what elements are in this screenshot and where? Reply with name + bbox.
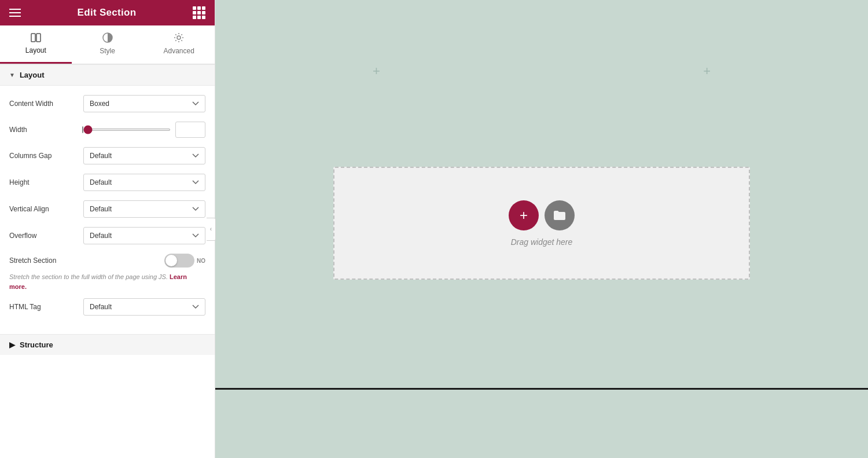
widget-action-buttons: +	[509, 200, 575, 230]
columns-gap-label: Columns Gap	[9, 152, 79, 160]
tab-layout[interactable]: Layout	[0, 25, 72, 64]
vertical-align-label: Vertical Align	[9, 205, 79, 213]
html-tag-select[interactable]: Default header footer main article secti…	[83, 298, 205, 316]
toggle-knob	[165, 255, 177, 266]
sidebar-collapse-button[interactable]: ‹	[207, 218, 216, 241]
layout-collapse-arrow: ▼	[9, 72, 15, 78]
height-control: Default Fit To Screen Min Height	[83, 174, 205, 191]
html-tag-area: HTML Tag Default header footer main arti…	[0, 291, 215, 325]
canvas: + + + Drag widget here	[215, 0, 868, 458]
structure-section-header[interactable]: ▶ Structure	[0, 334, 215, 355]
open-library-button[interactable]	[545, 200, 575, 230]
tab-style[interactable]: Style	[72, 25, 144, 64]
add-section-right-button[interactable]: +	[703, 64, 711, 79]
hamburger-menu-icon[interactable]	[9, 9, 21, 17]
stretch-description: Stretch the section to the full width of…	[0, 272, 215, 291]
layout-tab-icon	[31, 33, 41, 44]
tab-advanced[interactable]: Advanced	[143, 25, 215, 64]
content-width-row: Content Width Boxed Full Width	[9, 95, 205, 112]
height-label: Height	[9, 178, 79, 186]
layout-form: Content Width Boxed Full Width Width Col…	[0, 86, 215, 277]
columns-gap-select[interactable]: Default No Gap Narrow Extended Wide Wide…	[83, 147, 205, 164]
html-tag-control: Default header footer main article secti…	[83, 298, 205, 316]
html-tag-row: HTML Tag Default header footer main arti…	[9, 298, 205, 316]
vertical-align-row: Vertical Align Default Top Middle Bottom	[9, 200, 205, 218]
stretch-section-toggle[interactable]	[164, 254, 194, 268]
width-label: Width	[9, 126, 79, 134]
tab-bar: Layout Style Advanced	[0, 25, 215, 64]
content-width-select[interactable]: Boxed Full Width	[83, 95, 205, 112]
columns-gap-control: Default No Gap Narrow Extended Wide Wide…	[83, 147, 205, 164]
sidebar: Edit Section Layout	[0, 0, 215, 458]
toggle-no-label: NO	[197, 258, 205, 264]
vertical-align-control: Default Top Middle Bottom	[83, 200, 205, 218]
structure-section-label: Structure	[20, 340, 53, 349]
widget-drop-area: + Drag widget here	[333, 167, 750, 280]
grid-apps-icon[interactable]	[193, 6, 205, 19]
add-section-left-button[interactable]: +	[373, 64, 380, 79]
structure-expand-arrow: ▶	[9, 340, 15, 349]
advanced-tab-icon	[174, 32, 184, 45]
overflow-row: Overflow Default Hidden	[9, 227, 205, 244]
stretch-section-row: Stretch Section NO	[9, 254, 205, 268]
style-tab-icon	[102, 32, 113, 45]
add-widget-button[interactable]: +	[509, 200, 539, 230]
layout-section-header[interactable]: ▼ Layout	[0, 64, 215, 86]
overflow-control: Default Hidden	[83, 227, 205, 244]
height-row: Height Default Fit To Screen Min Height	[9, 174, 205, 191]
svg-point-3	[177, 36, 181, 39]
tab-layout-label: Layout	[25, 46, 46, 54]
svg-rect-0	[31, 34, 35, 42]
content-width-label: Content Width	[9, 100, 79, 108]
overflow-label: Overflow	[9, 232, 79, 240]
columns-gap-row: Columns Gap Default No Gap Narrow Extend…	[9, 147, 205, 164]
height-select[interactable]: Default Fit To Screen Min Height	[83, 174, 205, 191]
panel-title: Edit Section	[78, 7, 137, 19]
content-width-control: Boxed Full Width	[83, 95, 205, 112]
stretch-toggle-wrap: NO	[164, 254, 205, 268]
sidebar-header: Edit Section	[0, 0, 215, 25]
vertical-align-select[interactable]: Default Top Middle Bottom	[83, 200, 205, 218]
tab-advanced-label: Advanced	[163, 47, 194, 55]
bottom-divider	[215, 388, 868, 390]
width-slider[interactable]	[83, 129, 171, 131]
svg-rect-1	[36, 34, 41, 42]
tab-style-label: Style	[100, 47, 115, 55]
width-row: Width	[9, 122, 205, 138]
drag-widget-text: Drag widget here	[511, 237, 573, 247]
stretch-section-label: Stretch Section	[9, 257, 56, 265]
layout-section-label: Layout	[20, 71, 45, 79]
width-label-group: Width	[9, 126, 79, 134]
width-slider-container	[83, 122, 205, 138]
overflow-select[interactable]: Default Hidden	[83, 227, 205, 244]
html-tag-label: HTML Tag	[9, 303, 79, 311]
width-input[interactable]	[175, 122, 205, 138]
